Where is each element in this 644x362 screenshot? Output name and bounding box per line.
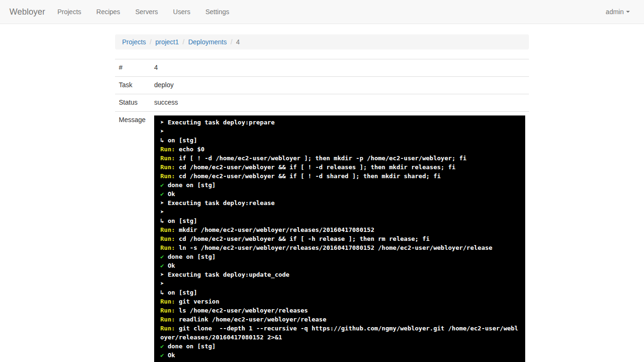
console-line: ✔ Ok xyxy=(160,261,519,270)
arrow-icon: ➤ xyxy=(160,271,164,278)
console-line: ↳ on [stg] xyxy=(160,288,519,297)
branch-arrow-icon: ↳ xyxy=(160,137,164,144)
navbar-right: admin xyxy=(601,0,635,24)
detail-value: 4 xyxy=(150,59,529,77)
console-line: Run: ln -s /home/ec2-user/webloyer/relea… xyxy=(160,243,519,252)
console-line: ➤ Executing task deploy:prepare xyxy=(160,118,519,127)
console-line: ➤ xyxy=(160,207,519,216)
breadcrumb-4: 4 xyxy=(236,38,240,46)
breadcrumb-item: 4 xyxy=(227,38,240,46)
console-line: ✔ done on [stg] xyxy=(160,181,519,189)
breadcrumb-deployments[interactable]: Deployments xyxy=(188,38,227,46)
arrow-icon: ➤ xyxy=(160,119,164,126)
nav-item-wrap: Users xyxy=(165,0,198,24)
nav-item-settings[interactable]: Settings xyxy=(198,0,237,24)
deployment-detail-table: #4TaskdeployStatussuccess Message ➤ Exec… xyxy=(115,59,529,362)
console-line: ✔ done on [stg] xyxy=(160,342,519,351)
detail-label: Status xyxy=(115,94,150,111)
nav-item-servers[interactable]: Servers xyxy=(128,0,165,24)
console-output: ➤ Executing task deploy:prepare➤↳ on [st… xyxy=(154,115,525,362)
console-line: Run: echo $0 xyxy=(160,145,519,154)
navbar-brand[interactable]: Webloyer xyxy=(9,0,45,24)
arrow-icon: ➤ xyxy=(160,128,164,135)
breadcrumb: Projectsproject1Deployments4 xyxy=(115,34,529,49)
detail-row: #4 xyxy=(115,59,529,77)
run-label: Run: xyxy=(160,226,175,233)
detail-row: Statussuccess xyxy=(115,94,529,111)
console-line: Run: readlink /home/ec2-user/webloyer/re… xyxy=(160,315,519,324)
arrow-icon: ➤ xyxy=(160,280,164,287)
nav-item-wrap: Recipes xyxy=(89,0,128,24)
run-label: Run: xyxy=(160,316,175,323)
console-line: ↳ on [stg] xyxy=(160,216,519,225)
main-content: Projectsproject1Deployments4 #4Taskdeplo… xyxy=(115,24,529,362)
breadcrumb-item: Deployments xyxy=(179,38,227,46)
console-line: Run: git clone --depth 1 --recursive -q … xyxy=(160,324,519,342)
detail-value-message: ➤ Executing task deploy:prepare➤↳ on [st… xyxy=(150,111,529,362)
nav-item-projects[interactable]: Projects xyxy=(50,0,89,24)
detail-label: # xyxy=(115,59,150,77)
run-label: Run: xyxy=(160,307,175,314)
branch-arrow-icon: ↳ xyxy=(160,289,164,296)
check-icon: ✔ xyxy=(160,262,164,269)
run-label: Run: xyxy=(160,173,175,180)
user-menu-label: admin xyxy=(606,8,624,16)
console-line: Run: cd /home/ec2-user/webloyer && if [ … xyxy=(160,234,519,243)
breadcrumb-projects[interactable]: Projects xyxy=(122,38,146,46)
check-icon: ✔ xyxy=(160,343,164,350)
console-line: Run: ls /home/ec2-user/webloyer/releases xyxy=(160,306,519,315)
run-label: Run: xyxy=(160,244,175,251)
user-menu-dropdown[interactable]: admin xyxy=(601,0,635,24)
nav-item-recipes[interactable]: Recipes xyxy=(89,0,128,24)
check-icon: ✔ xyxy=(160,190,164,197)
console-line: ➤ Executing task deploy:release xyxy=(160,198,519,207)
arrow-icon: ➤ xyxy=(160,199,164,206)
detail-value: success xyxy=(150,94,529,111)
console-line: ➤ Executing task deploy:update_code xyxy=(160,270,519,279)
console-line: ✔ Ok xyxy=(160,189,519,198)
console-line: Run: if [ ! -d /home/ec2-user/webloyer ]… xyxy=(160,154,519,163)
console-line: ✔ Ok xyxy=(160,351,519,360)
run-label: Run: xyxy=(160,155,175,162)
breadcrumb-item: Projects xyxy=(122,38,146,46)
console-line: ↳ on [stg] xyxy=(160,136,519,145)
console-line: ✔ done on [stg] xyxy=(160,252,519,261)
navbar-menu: ProjectsRecipesServersUsersSettings xyxy=(50,0,237,24)
detail-label-message: Message xyxy=(115,111,150,362)
check-icon: ✔ xyxy=(160,181,164,189)
console-line: Run: cd /home/ec2-user/webloyer && if [ … xyxy=(160,172,519,181)
detail-value: deploy xyxy=(150,76,529,94)
run-label: Run: xyxy=(160,298,175,305)
console-line: Run: cd /home/ec2-user/webloyer && if [ … xyxy=(160,163,519,172)
console-line: Run: mkdir /home/ec2-user/webloyer/relea… xyxy=(160,225,519,234)
nav-item-wrap: Projects xyxy=(50,0,89,24)
branch-arrow-icon: ↳ xyxy=(160,217,164,224)
run-label: Run: xyxy=(160,164,175,171)
detail-row: Taskdeploy xyxy=(115,76,529,94)
run-label: Run: xyxy=(160,146,175,153)
run-label: Run: xyxy=(160,325,175,332)
detail-row-message: Message ➤ Executing task deploy:prepare➤… xyxy=(115,111,529,362)
breadcrumb-project1[interactable]: project1 xyxy=(155,38,179,46)
console-line: Run: git version xyxy=(160,297,519,306)
check-icon: ✔ xyxy=(160,253,164,260)
console-line: ➤ xyxy=(160,279,519,288)
arrow-icon: ➤ xyxy=(160,208,164,215)
nav-item-wrap: Settings xyxy=(198,0,237,24)
breadcrumb-item: project1 xyxy=(146,38,179,46)
caret-down-icon xyxy=(626,11,630,13)
check-icon: ✔ xyxy=(160,352,164,359)
run-label: Run: xyxy=(160,235,175,242)
navbar: Webloyer ProjectsRecipesServersUsersSett… xyxy=(0,0,644,24)
console-line: ➤ xyxy=(160,127,519,136)
nav-item-users[interactable]: Users xyxy=(165,0,198,24)
nav-item-wrap: Servers xyxy=(128,0,165,24)
detail-label: Task xyxy=(115,76,150,94)
